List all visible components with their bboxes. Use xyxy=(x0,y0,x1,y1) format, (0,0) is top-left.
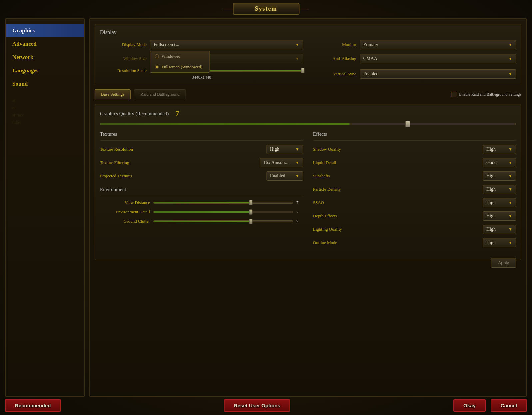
texture-resolution-dropdown[interactable]: High ▼ xyxy=(266,145,303,154)
anti-aliasing-label: Anti-Aliasing xyxy=(313,56,356,61)
sidebar-bg-text-4: rtther xyxy=(12,120,21,125)
tab-raid-battleground[interactable]: Raid and Battleground xyxy=(134,89,186,99)
depth-effects-dropdown[interactable]: High ▼ xyxy=(483,211,516,221)
enable-raid-checkbox-row: Enable Raid and Battleground Settings xyxy=(451,92,521,97)
monitor-label: Monitor xyxy=(313,42,356,47)
lighting-quality-dropdown[interactable]: High ▼ xyxy=(483,225,516,234)
sunshafts-row: Sunshafts High ▼ xyxy=(313,171,516,181)
sidebar-item-graphics[interactable]: Graphics xyxy=(6,24,84,37)
right-settings: Effects Shadow Quality High ▼ Liquid Det… xyxy=(313,131,516,251)
sidebar-item-network[interactable]: Network xyxy=(6,51,84,64)
bottom-right: Okay Cancel xyxy=(453,399,527,412)
sunshafts-dropdown[interactable]: High ▼ xyxy=(483,171,516,181)
lighting-quality-label: Lighting Quality xyxy=(313,227,342,232)
sidebar-item-sound[interactable]: Sound xyxy=(6,77,84,91)
display-mode-arrow: ▼ xyxy=(295,42,299,47)
reset-button[interactable]: Reset User Options xyxy=(224,399,290,412)
ground-clutter-fill xyxy=(154,221,251,222)
tab-base-settings[interactable]: Base Settings xyxy=(95,89,131,99)
settings-columns: Textures Texture Resolution High ▼ Textu… xyxy=(100,131,516,251)
environment-detail-label: Environment Detail xyxy=(100,209,150,215)
view-distance-label: View Distance xyxy=(100,200,150,205)
view-distance-track[interactable] xyxy=(153,202,293,204)
texture-resolution-row: Texture Resolution High ▼ xyxy=(100,145,303,154)
projected-tex-arrow: ▼ xyxy=(295,174,299,179)
quality-slider-track[interactable] xyxy=(100,123,516,125)
environment-detail-track[interactable] xyxy=(153,211,293,213)
enable-raid-checkbox[interactable] xyxy=(451,92,456,97)
option-windowed[interactable]: Windowed xyxy=(150,51,210,62)
shadow-quality-arrow: ▼ xyxy=(508,147,512,152)
display-mode-label: Display Mode xyxy=(100,42,147,47)
environment-detail-fill xyxy=(154,211,251,213)
resolution-scale-thumb[interactable] xyxy=(301,68,304,73)
quality-slider-container xyxy=(100,123,516,125)
environment-detail-thumb[interactable] xyxy=(249,209,253,215)
anti-aliasing-row: Anti-Aliasing CMAA ▼ xyxy=(313,54,516,63)
ground-clutter-value: 7 xyxy=(296,219,303,224)
environment-detail-value: 7 xyxy=(296,209,303,215)
outline-mode-dropdown[interactable]: High ▼ xyxy=(483,238,516,247)
radio-fullscreen-windowed xyxy=(155,65,159,69)
graphics-quality-panel: Graphics Quality (Recommended) 7 Texture… xyxy=(95,104,521,260)
texture-filtering-row: Texture Filtering 16x Anisotr... ▼ xyxy=(100,158,303,167)
texture-filter-arrow: ▼ xyxy=(295,160,299,165)
texture-filtering-label: Texture Filtering xyxy=(100,160,129,165)
liquid-detail-arrow: ▼ xyxy=(508,160,512,165)
monitor-arrow: ▼ xyxy=(508,42,512,47)
environment-section: Environment View Distance 7 Environment … xyxy=(100,187,303,224)
shadow-quality-dropdown[interactable]: High ▼ xyxy=(483,145,516,154)
particle-density-dropdown[interactable]: High ▼ xyxy=(483,185,516,194)
apply-button[interactable]: Apply xyxy=(491,258,516,268)
monitor-row: Monitor Primary ▼ xyxy=(313,40,516,49)
display-mode-dropdown[interactable]: Fullscreen (... ▼ xyxy=(150,40,303,49)
left-settings: Textures Texture Resolution High ▼ Textu… xyxy=(100,131,303,251)
ground-clutter-thumb[interactable] xyxy=(249,219,253,224)
outline-mode-row: Outline Mode High ▼ xyxy=(313,238,516,247)
monitor-dropdown[interactable]: Primary ▼ xyxy=(360,40,516,49)
window-title: System xyxy=(255,5,277,12)
quality-title: Graphics Quality (Recommended) xyxy=(100,111,169,117)
environment-header: Environment xyxy=(100,187,303,196)
projected-textures-row: Projected Textures Enabled ▼ xyxy=(100,171,303,181)
option-fullscreen-windowed[interactable]: Fullscreen (Windowed) xyxy=(150,62,210,72)
view-distance-row: View Distance 7 xyxy=(100,200,303,205)
liquid-detail-dropdown[interactable]: Good ▼ xyxy=(483,158,516,167)
liquid-detail-label: Liquid Detail xyxy=(313,160,336,165)
projected-textures-dropdown[interactable]: Enabled ▼ xyxy=(266,171,303,181)
outline-mode-label: Outline Mode xyxy=(313,240,337,245)
ground-clutter-track[interactable] xyxy=(153,220,293,222)
lighting-quality-arrow: ▼ xyxy=(508,227,512,232)
main-container: Graphics Advanced Network Languages Soun… xyxy=(5,18,527,397)
sidebar-item-advanced[interactable]: Advanced xyxy=(6,37,84,51)
right-panel: Display Display Mode Fullscreen (... ▼ xyxy=(89,18,527,397)
ssao-arrow: ▼ xyxy=(508,200,512,205)
vertical-sync-arrow: ▼ xyxy=(508,72,512,77)
textures-header: Textures xyxy=(100,131,303,141)
recommended-button[interactable]: Recommended xyxy=(5,399,61,412)
ssao-row: SSAO High ▼ xyxy=(313,198,516,207)
bottom-bar: Recommended Reset User Options Okay Canc… xyxy=(5,399,527,412)
depth-effects-arrow: ▼ xyxy=(508,214,512,219)
okay-button[interactable]: Okay xyxy=(453,399,486,412)
texture-filtering-dropdown[interactable]: 16x Anisotr... ▼ xyxy=(260,158,303,167)
vertical-sync-dropdown[interactable]: Enabled ▼ xyxy=(360,69,516,79)
anti-aliasing-arrow: ▼ xyxy=(508,56,512,61)
sidebar: Graphics Advanced Network Languages Soun… xyxy=(5,18,85,397)
depth-effects-label: Depth Effects xyxy=(313,213,337,219)
liquid-detail-row: Liquid Detail Good ▼ xyxy=(313,158,516,167)
anti-aliasing-dropdown[interactable]: CMAA ▼ xyxy=(360,54,516,63)
sidebar-item-languages[interactable]: Languages xyxy=(6,64,84,77)
shadow-quality-label: Shadow Quality xyxy=(313,147,341,152)
cancel-button[interactable]: Cancel xyxy=(491,399,527,412)
display-title: Display xyxy=(100,29,516,35)
view-distance-thumb[interactable] xyxy=(249,200,253,205)
ground-clutter-label: Ground Clutter xyxy=(100,219,150,224)
display-mode-row: Display Mode Fullscreen (... ▼ Windowed xyxy=(100,40,303,49)
depth-effects-row: Depth Effects High ▼ xyxy=(313,211,516,221)
enable-raid-label: Enable Raid and Battleground Settings xyxy=(459,92,521,97)
ssao-dropdown[interactable]: High ▼ xyxy=(483,198,516,207)
effects-header: Effects xyxy=(313,131,516,141)
quality-slider-thumb[interactable] xyxy=(405,121,410,127)
sunshafts-arrow: ▼ xyxy=(508,174,512,179)
